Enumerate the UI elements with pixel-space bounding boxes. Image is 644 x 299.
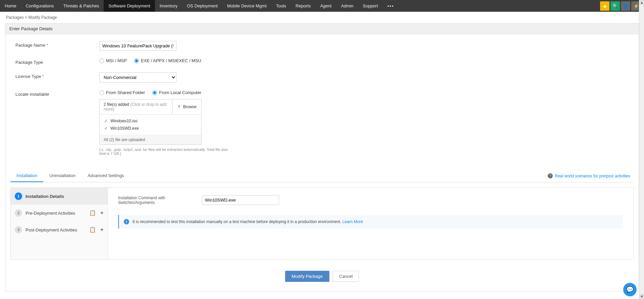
radio-icon xyxy=(99,58,104,63)
radio-icon xyxy=(134,58,139,63)
notification-icon[interactable]: 👤 xyxy=(621,1,630,11)
add-icon[interactable]: + xyxy=(100,210,104,217)
step-0[interactable]: 1Installation Details xyxy=(11,188,108,205)
label-package-type: Package Type xyxy=(15,60,43,65)
file-upload-status: All (2) file are uploaded xyxy=(100,135,201,144)
info-text: It is recommended to test this installat… xyxy=(132,219,341,224)
browse-button[interactable]: ⭱ Browse xyxy=(172,99,201,114)
breadcrumb-current: Modify Package xyxy=(28,15,57,20)
breadcrumb-sep: > xyxy=(25,15,27,20)
learn-more-link[interactable]: Learn More xyxy=(342,219,363,224)
step-2[interactable]: 3Post-Deployment Activities📋+ xyxy=(11,221,108,238)
step-1[interactable]: 2Pre-Deployment Activities📋+ xyxy=(11,205,108,221)
section-header: Enter Package Details xyxy=(5,24,639,34)
scroll-down-icon[interactable]: ▼ xyxy=(639,294,644,297)
package-type-label: EXE / APPX / MSIEXEC / MSU xyxy=(141,58,201,63)
locate-label: From Shared Folder xyxy=(106,90,145,95)
package-type-option-1[interactable]: EXE / APPX / MSIEXEC / MSU xyxy=(134,58,201,63)
step-label: Installation Details xyxy=(25,194,64,199)
label-package-name: Package Name xyxy=(15,43,45,48)
nav-os-deployment[interactable]: OS Deployment xyxy=(182,0,222,12)
nav-configurations[interactable]: Configurations xyxy=(21,0,59,12)
footer-buttons: Modify Package Cancel xyxy=(5,265,639,291)
nav-tools[interactable]: Tools xyxy=(271,0,291,12)
file-name: Windows10.iso xyxy=(110,119,138,123)
package-type-label: MSI / MSP xyxy=(106,58,127,63)
label-license-type: License Type xyxy=(15,74,41,79)
file-hint: [.z, .zip, .gzip, .bzip2, and .tar files… xyxy=(99,147,233,156)
nav-agent[interactable]: Agent xyxy=(316,0,336,12)
radio-icon xyxy=(152,90,157,95)
locate-label: From Local Computer xyxy=(159,90,201,95)
package-name-input[interactable] xyxy=(99,41,176,51)
scenarios-link[interactable]: Real world scenarios for pre/post activi… xyxy=(555,174,630,178)
radio-icon xyxy=(99,90,104,95)
cancel-button[interactable]: Cancel xyxy=(333,271,359,282)
chat-icon: 💬 xyxy=(626,286,634,293)
file-item: ✓Windows10.iso xyxy=(104,117,197,125)
step-number-icon: 2 xyxy=(15,209,22,217)
scroll-up-icon[interactable]: ▲ xyxy=(639,0,644,5)
file-name: Win10SWD.exe xyxy=(110,126,139,131)
tab-installation[interactable]: Installation xyxy=(10,170,43,182)
nav-reports[interactable]: Reports xyxy=(291,0,316,12)
right-scrollbar[interactable]: ▲ ▼ xyxy=(639,0,644,297)
tab-uninstallation[interactable]: Uninstallation xyxy=(43,170,82,182)
nav-home[interactable]: Home xyxy=(0,0,21,12)
step-number-icon: 1 xyxy=(15,193,22,200)
tabs: InstallationUninstallationAdvanced Setti… xyxy=(10,170,634,182)
add-icon[interactable]: + xyxy=(100,226,104,233)
modify-package-button[interactable]: Modify Package xyxy=(285,271,330,282)
content: Enter Package Details Package Name * Pac… xyxy=(5,23,639,292)
nav-more[interactable]: ••• xyxy=(383,3,399,8)
nav-support[interactable]: Support xyxy=(358,0,383,12)
clipboard-icon[interactable]: 📋 xyxy=(89,210,96,217)
install-panel: 1Installation Details2Pre-Deployment Act… xyxy=(10,187,634,260)
top-nav: HomeConfigurationsThreats & PatchesSoftw… xyxy=(0,0,644,12)
step-label: Pre-Deployment Activities xyxy=(25,211,75,216)
clipboard-icon[interactable]: 📋 xyxy=(89,226,96,233)
install-cmd-label: Installation Command with Switches/Argum… xyxy=(118,196,202,205)
info-bar: i It is recommended to test this install… xyxy=(118,215,623,228)
detail-column: Installation Command with Switches/Argum… xyxy=(108,188,633,259)
nav-software-deployment[interactable]: Software Deployment xyxy=(104,0,155,12)
files-added-text: 2 file(s) added xyxy=(104,102,129,107)
file-item: ✓Win10SWD.exe xyxy=(104,125,197,132)
shield-icon[interactable]: ◈ xyxy=(600,1,609,11)
nav-inventory[interactable]: Inventory xyxy=(155,0,182,12)
nav-threats-patches[interactable]: Threats & Patches xyxy=(59,0,104,12)
step-number-icon: 3 xyxy=(15,226,22,233)
steps-column: 1Installation Details2Pre-Deployment Act… xyxy=(11,188,108,259)
breadcrumb-root[interactable]: Packages xyxy=(6,15,24,20)
form: Package Name * Package Type MSI / MSPEXE… xyxy=(5,34,639,170)
search-icon[interactable]: 🔍 xyxy=(610,1,620,11)
info-icon: i xyxy=(124,219,129,224)
file-drop-area[interactable]: 2 file(s) added (Click or drop to add mo… xyxy=(100,99,172,114)
license-type-select[interactable]: Non-Commercial xyxy=(99,72,176,83)
package-type-option-0[interactable]: MSI / MSP xyxy=(99,58,127,63)
nav-mobile-device-mgmt[interactable]: Mobile Device Mgmt xyxy=(222,0,271,12)
locate-option-0[interactable]: From Shared Folder xyxy=(99,90,145,95)
file-box: 2 file(s) added (Click or drop to add mo… xyxy=(99,99,202,145)
help-icon[interactable]: ? xyxy=(548,173,553,178)
check-icon: ✓ xyxy=(104,119,108,123)
browse-label: Browse xyxy=(183,104,197,109)
label-locate-installable: Locate installable xyxy=(15,92,49,97)
breadcrumb: Packages > Modify Package xyxy=(0,12,644,23)
step-label: Post-Deployment Activities xyxy=(25,227,77,232)
upload-icon: ⭱ xyxy=(177,104,181,109)
nav-admin[interactable]: Admin xyxy=(336,0,358,12)
chat-fab[interactable]: 💬 xyxy=(623,283,637,296)
tab-advanced-settings[interactable]: Advanced Settings xyxy=(82,170,130,182)
install-cmd-input[interactable] xyxy=(202,195,279,205)
check-icon: ✓ xyxy=(104,126,108,131)
locate-option-1[interactable]: From Local Computer xyxy=(152,90,201,95)
